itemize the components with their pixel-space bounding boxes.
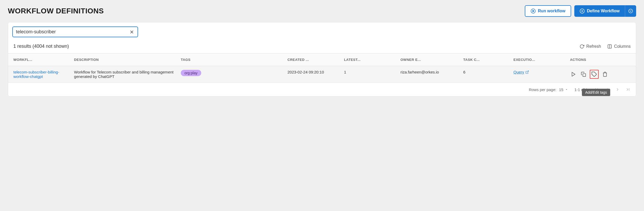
chevron-down-circle-icon xyxy=(628,9,633,13)
cell-task-count: 6 xyxy=(460,66,510,83)
header-executions[interactable]: EXECUTIO... xyxy=(510,54,567,66)
rows-per-page-label: Rows per page: xyxy=(529,87,556,92)
plus-circle-icon xyxy=(580,8,585,14)
play-icon[interactable] xyxy=(570,71,577,78)
columns-icon xyxy=(607,44,612,49)
cell-created: 2023-02-24 09:20:10 xyxy=(284,66,341,83)
tag-icon[interactable] xyxy=(590,70,599,79)
define-workflow-button[interactable]: Define Workflow xyxy=(574,5,625,17)
refresh-icon xyxy=(580,44,584,49)
rows-per-page-select[interactable]: 15 xyxy=(559,87,568,92)
svg-marker-1 xyxy=(533,10,534,12)
cell-latest: 1 xyxy=(341,66,397,83)
external-link-icon xyxy=(525,70,529,74)
workflow-table: WORKFL... DESCRIPTION TAGS CREATED ... L… xyxy=(8,53,636,83)
cell-description: Workflow for Telecom subscriber and bill… xyxy=(71,66,178,83)
refresh-button[interactable]: Refresh xyxy=(580,44,601,49)
header-actions: ACTIONS xyxy=(567,54,636,66)
header-created[interactable]: CREATED ... xyxy=(284,54,341,66)
header-owner[interactable]: OWNER E... xyxy=(397,54,460,66)
main-panel: 1 results (4004 not shown) Refresh xyxy=(8,22,636,97)
copy-icon[interactable] xyxy=(580,71,587,78)
svg-marker-14 xyxy=(566,89,567,90)
next-page-button[interactable] xyxy=(615,87,620,92)
dropdown-icon xyxy=(565,88,568,91)
run-workflow-label: Run workflow xyxy=(538,9,565,13)
last-page-button[interactable] xyxy=(625,87,631,92)
refresh-label: Refresh xyxy=(586,44,601,49)
table-row: telecom-subscriber-billing-workflow-chat… xyxy=(8,66,636,83)
play-circle-icon xyxy=(531,8,536,14)
search-input[interactable] xyxy=(16,29,129,35)
svg-rect-12 xyxy=(583,74,586,77)
pagination: Rows per page: 15 1-1 of 1 xyxy=(8,83,636,96)
search-box[interactable] xyxy=(12,27,138,37)
query-link[interactable]: Query xyxy=(514,70,529,74)
header-description[interactable]: DESCRIPTION xyxy=(71,54,178,66)
run-workflow-button[interactable]: Run workflow xyxy=(525,5,571,17)
cell-owner: riza.farheen@orkes.io xyxy=(397,66,460,83)
header-latest[interactable]: LATEST... xyxy=(341,54,397,66)
svg-point-5 xyxy=(629,9,633,13)
trash-icon[interactable] xyxy=(601,71,609,78)
header-task-count[interactable]: TASK C... xyxy=(460,54,510,66)
query-label: Query xyxy=(514,70,524,74)
page-title: WORKFLOW DEFINITIONS xyxy=(8,7,104,15)
columns-label: Columns xyxy=(614,44,631,49)
svg-line-10 xyxy=(527,71,528,72)
define-workflow-label: Define Workflow xyxy=(587,9,620,13)
rows-per-page-value: 15 xyxy=(559,87,563,92)
results-count: 1 results (4004 not shown) xyxy=(13,44,69,49)
tooltip: Add/Edit tags xyxy=(582,89,610,96)
header-workflow[interactable]: WORKFL... xyxy=(8,54,71,66)
workflow-name-link[interactable]: telecom-subscriber-billing-workflow-chat… xyxy=(13,70,59,79)
svg-marker-11 xyxy=(572,72,575,76)
header-actions: Run workflow Define Workflow xyxy=(525,5,636,17)
define-workflow-dropdown[interactable] xyxy=(625,5,636,17)
tag-pill: org:play xyxy=(181,70,201,76)
table-header-row: WORKFL... DESCRIPTION TAGS CREATED ... L… xyxy=(8,54,636,66)
columns-button[interactable]: Columns xyxy=(607,44,631,49)
header-tags[interactable]: TAGS xyxy=(178,54,284,66)
clear-icon[interactable] xyxy=(129,29,134,35)
